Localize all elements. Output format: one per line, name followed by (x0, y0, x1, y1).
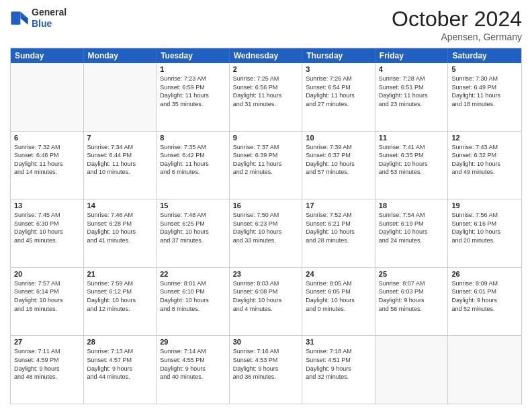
cell-line: Daylight: 9 hours (306, 365, 371, 373)
cell-line: Sunset: 6:03 PM (379, 287, 445, 296)
calendar-cell: 12Sunrise: 7:43 AMSunset: 6:32 PMDayligh… (448, 132, 521, 199)
day-number: 5 (451, 65, 518, 73)
cell-line: Sunset: 4:51 PM (306, 356, 371, 365)
day-number: 6 (14, 134, 80, 142)
svg-marker-0 (20, 11, 28, 18)
cell-line: Sunset: 6:44 PM (87, 151, 153, 160)
cell-line: Sunrise: 7:30 AM (451, 75, 518, 83)
cell-line: and 31 minutes. (233, 100, 299, 109)
day-number: 26 (451, 270, 518, 278)
cell-line: Sunrise: 7:25 AM (233, 75, 299, 83)
calendar-cell: 5Sunrise: 7:30 AMSunset: 6:49 PMDaylight… (448, 63, 521, 131)
cell-line: Sunrise: 7:16 AM (233, 347, 299, 356)
day-number: 16 (233, 201, 299, 210)
cell-line: Sunset: 6:46 PM (14, 151, 80, 160)
day-number: 1 (160, 65, 226, 73)
calendar-row-3: 13Sunrise: 7:45 AMSunset: 6:30 PMDayligh… (11, 199, 521, 267)
cell-line: Sunset: 6:59 PM (160, 83, 226, 92)
header: General Blue October 2024 Apensen, Germa… (10, 7, 522, 42)
day-number: 18 (379, 201, 445, 210)
day-number: 15 (160, 201, 226, 210)
cell-line: and 48 minutes. (14, 373, 80, 381)
calendar-cell: 31Sunrise: 7:18 AMSunset: 4:51 PMDayligh… (302, 336, 375, 404)
cell-line: Sunset: 4:59 PM (14, 356, 80, 365)
cell-line: and 18 minutes. (451, 100, 518, 109)
cell-line: Sunrise: 7:13 AM (87, 347, 153, 356)
calendar-cell (448, 336, 521, 404)
cell-line: Sunset: 6:14 PM (14, 287, 80, 296)
cell-line: Sunrise: 7:11 AM (14, 347, 80, 356)
cell-line: Daylight: 10 hours (233, 296, 299, 305)
cell-line: Sunrise: 7:50 AM (233, 211, 299, 220)
cell-line: and 28 minutes. (306, 236, 371, 245)
day-number: 4 (379, 65, 445, 73)
cell-line: Sunset: 6:28 PM (87, 220, 153, 228)
cell-line: and 52 minutes. (451, 305, 518, 314)
month-title: October 2024 (392, 7, 522, 32)
cell-line: Daylight: 10 hours (306, 296, 371, 305)
header-day-wednesday: Wednesday (230, 48, 303, 63)
cell-line: Sunrise: 7:23 AM (160, 75, 226, 83)
cell-line: Daylight: 11 hours (160, 91, 226, 100)
cell-line: Sunrise: 8:03 AM (233, 279, 299, 288)
cell-line: and 6 minutes. (160, 168, 226, 177)
cell-line: Sunset: 4:53 PM (233, 356, 299, 365)
cell-line: Sunrise: 7:41 AM (379, 143, 445, 152)
cell-line: and 20 minutes. (451, 236, 518, 245)
cell-line: Sunrise: 7:34 AM (87, 143, 153, 152)
cell-line: Daylight: 10 hours (451, 228, 518, 236)
cell-line: Sunrise: 8:01 AM (160, 279, 226, 288)
cell-line: Daylight: 10 hours (306, 228, 371, 236)
cell-line: and 8 minutes. (160, 305, 226, 314)
calendar-cell: 3Sunrise: 7:26 AMSunset: 6:54 PMDaylight… (302, 63, 375, 131)
cell-line: and 37 minutes. (160, 236, 226, 245)
cell-line: Daylight: 9 hours (160, 365, 226, 373)
cell-line: Daylight: 9 hours (14, 365, 80, 373)
day-number: 19 (451, 201, 518, 210)
cell-line: Sunrise: 7:48 AM (160, 211, 226, 220)
calendar-cell: 27Sunrise: 7:11 AMSunset: 4:59 PMDayligh… (11, 336, 84, 404)
cell-line: and 12 minutes. (87, 305, 153, 314)
cell-line: Sunrise: 7:37 AM (233, 143, 299, 152)
calendar-cell (375, 336, 449, 404)
cell-line: and 41 minutes. (87, 236, 153, 245)
header-day-monday: Monday (84, 48, 157, 63)
cell-line: Sunrise: 7:59 AM (87, 279, 153, 288)
header-day-sunday: Sunday (11, 48, 84, 63)
title-block: October 2024 Apensen, Germany (392, 7, 522, 42)
logo-text: General Blue (32, 7, 66, 30)
day-number: 22 (160, 270, 226, 278)
calendar-cell: 25Sunrise: 8:07 AMSunset: 6:03 PMDayligh… (375, 268, 449, 336)
cell-line: Sunrise: 7:45 AM (14, 211, 80, 220)
cell-line: Daylight: 10 hours (160, 228, 226, 236)
logo-icon (10, 9, 29, 28)
cell-line: Sunset: 6:05 PM (306, 287, 371, 296)
cell-line: Daylight: 10 hours (87, 296, 153, 305)
day-number: 23 (233, 270, 299, 278)
calendar-cell: 29Sunrise: 7:14 AMSunset: 4:55 PMDayligh… (157, 336, 230, 404)
cell-line: Sunset: 6:42 PM (160, 151, 226, 160)
location: Apensen, Germany (392, 32, 522, 42)
cell-line: Daylight: 10 hours (379, 160, 445, 169)
cell-line: Sunset: 6:10 PM (160, 287, 226, 296)
cell-line: Sunrise: 7:54 AM (379, 211, 445, 220)
cell-line: Daylight: 10 hours (87, 228, 153, 236)
cell-line: and 16 minutes. (14, 305, 80, 314)
calendar-cell: 20Sunrise: 7:57 AMSunset: 6:14 PMDayligh… (11, 268, 84, 336)
calendar-cell (11, 63, 84, 131)
cell-line: Daylight: 9 hours (451, 296, 518, 305)
calendar-row-1: 1Sunrise: 7:23 AMSunset: 6:59 PMDaylight… (11, 63, 521, 131)
calendar-cell: 8Sunrise: 7:35 AMSunset: 6:42 PMDaylight… (157, 132, 230, 199)
cell-line: Sunset: 6:39 PM (233, 151, 299, 160)
cell-line: Sunset: 6:25 PM (160, 220, 226, 228)
calendar-cell: 24Sunrise: 8:05 AMSunset: 6:05 PMDayligh… (302, 268, 375, 336)
day-number: 24 (306, 270, 371, 278)
cell-line: Daylight: 9 hours (379, 296, 445, 305)
cell-line: Sunset: 4:55 PM (160, 356, 226, 365)
cell-line: and 57 minutes. (306, 168, 371, 177)
header-day-friday: Friday (375, 48, 449, 63)
calendar: SundayMondayTuesdayWednesdayThursdayFrid… (10, 48, 522, 404)
cell-line: Sunset: 6:16 PM (451, 220, 518, 228)
calendar-cell: 18Sunrise: 7:54 AMSunset: 6:19 PMDayligh… (375, 199, 449, 267)
day-number: 8 (160, 134, 226, 142)
